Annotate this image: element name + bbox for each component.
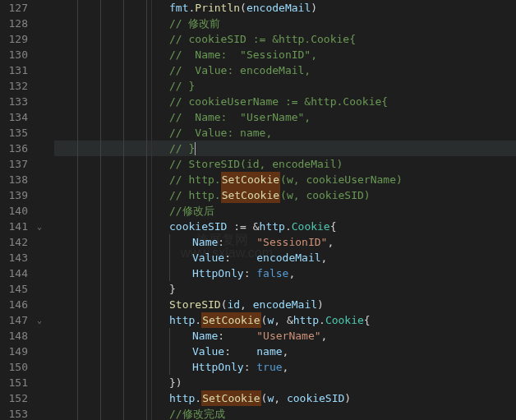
code-editor[interactable]: 1271281291301311321331341351361371381391… — [0, 0, 516, 420]
indent-guide — [54, 375, 77, 390]
code-line[interactable]: Value: name, — [54, 344, 516, 359]
code-line[interactable]: // } — [54, 78, 516, 94]
indent-guide — [146, 359, 169, 375]
chevron-down-icon[interactable] — [37, 222, 42, 231]
line-number[interactable]: 141 — [0, 219, 31, 234]
code-line[interactable]: //修改后 — [54, 203, 516, 219]
code-line[interactable]: cookieSID := &http.Cookie{ — [54, 219, 516, 234]
code-line[interactable]: Name: "UserName", — [54, 328, 516, 344]
indent-guide — [123, 390, 146, 406]
code-line[interactable]: // Value: name, — [54, 125, 516, 141]
line-number[interactable]: 145 — [0, 281, 31, 297]
token-punc: ) — [317, 297, 324, 312]
code-line[interactable]: // 修改前 — [54, 16, 516, 31]
line-number[interactable]: 153 — [0, 406, 31, 420]
indent-guide — [100, 16, 123, 31]
indent-guide — [146, 344, 169, 359]
code-line[interactable]: // Name: "UserName", — [54, 109, 516, 125]
line-number[interactable]: 131 — [0, 62, 31, 78]
line-number[interactable]: 134 — [0, 109, 31, 125]
token-punc: , — [321, 250, 328, 265]
indent-guide — [123, 0, 146, 16]
line-number[interactable]: 151 — [0, 375, 31, 390]
code-line[interactable]: }) — [54, 375, 516, 390]
indent-guide — [77, 156, 100, 172]
code-line[interactable]: // cookieUserName := &http.Cookie{ — [54, 94, 516, 109]
line-number[interactable]: 136 — [0, 141, 31, 156]
indent-guide — [146, 172, 169, 187]
code-line[interactable]: Value: encodeMail, — [54, 250, 516, 265]
line-number[interactable]: 137 — [0, 156, 31, 172]
code-line[interactable]: Name: "SessionID", — [54, 234, 516, 250]
indent-guide — [123, 406, 146, 420]
line-number[interactable]: 147 — [0, 312, 31, 328]
chevron-down-icon[interactable] — [37, 316, 42, 325]
token-comment: //修改完成 — [169, 406, 225, 420]
code-line[interactable]: // http.SetCookie(w, cookieSID) — [54, 187, 516, 203]
code-line[interactable]: // Value: encodeMail, — [54, 62, 516, 78]
line-number[interactable]: 135 — [0, 125, 31, 141]
line-number[interactable]: 130 — [0, 47, 31, 62]
fold-column[interactable] — [31, 312, 48, 328]
line-number[interactable]: 150 — [0, 359, 31, 375]
fold-column[interactable] — [31, 219, 48, 234]
indent-guide — [77, 62, 100, 78]
line-number[interactable]: 133 — [0, 94, 31, 109]
gutter-row: 153 — [0, 406, 48, 420]
code-line[interactable]: StoreSID(id, encodeMail) — [54, 297, 516, 312]
token-punc: , — [288, 265, 295, 281]
token-punc: . — [319, 312, 325, 328]
code-line[interactable]: // Name: "SessionID", — [54, 47, 516, 62]
code-line[interactable]: // cookieSID := &http.Cookie{ — [54, 31, 516, 47]
line-number[interactable]: 144 — [0, 265, 31, 281]
indent-guide — [77, 406, 100, 420]
line-number[interactable]: 127 — [0, 0, 31, 16]
token-punc: ) — [311, 0, 317, 16]
gutter-row: 151 — [0, 375, 48, 390]
code-line[interactable]: //修改完成 — [54, 406, 516, 420]
token-comment: // Value: name, — [169, 125, 272, 141]
indent-guide — [123, 156, 146, 172]
indent-guide — [54, 359, 77, 375]
line-number[interactable]: 149 — [0, 344, 31, 359]
indent-guide — [146, 406, 169, 420]
token-punc: , & — [274, 312, 293, 328]
line-number[interactable]: 146 — [0, 297, 31, 312]
indent-guide — [100, 187, 123, 203]
line-number[interactable]: 132 — [0, 78, 31, 94]
indent-guide — [146, 328, 169, 344]
indent-guide — [100, 406, 123, 420]
indent-guide — [77, 78, 100, 94]
code-line[interactable]: // } — [54, 141, 516, 156]
gutter-row: 132 — [0, 78, 48, 94]
code-area[interactable]: 施展复网 www.sxiaw.com fmt.Println(encodeMai… — [48, 0, 516, 420]
code-line[interactable]: // http.SetCookie(w, cookieUserName) — [54, 172, 516, 187]
code-line[interactable]: http.SetCookie(w, &http.Cookie{ — [54, 312, 516, 328]
indent-guide — [123, 47, 146, 62]
line-number[interactable]: 140 — [0, 203, 31, 219]
token-punc: . — [195, 390, 201, 406]
token-punc: , — [240, 297, 253, 312]
indent-guide — [54, 109, 77, 125]
indent-guide — [146, 187, 169, 203]
indent-guide — [54, 406, 77, 420]
code-line[interactable]: // StoreSID(id, encodeMail) — [54, 156, 516, 172]
code-line[interactable]: fmt.Println(encodeMail) — [54, 0, 516, 16]
line-number[interactable]: 129 — [0, 31, 31, 47]
indent-guide — [77, 281, 100, 297]
code-line[interactable]: http.SetCookie(w, cookieSID) — [54, 390, 516, 406]
indent-guide — [100, 62, 123, 78]
line-number[interactable]: 152 — [0, 390, 31, 406]
line-number[interactable]: 148 — [0, 328, 31, 344]
code-line[interactable]: } — [54, 281, 516, 297]
token-comment: // 修改前 — [169, 16, 220, 31]
code-line[interactable]: HttpOnly: true, — [54, 359, 516, 375]
line-number[interactable]: 143 — [0, 250, 31, 265]
token-punc: : — [224, 250, 256, 265]
line-number[interactable]: 139 — [0, 187, 31, 203]
gutter-row: 143 — [0, 250, 48, 265]
line-number[interactable]: 142 — [0, 234, 31, 250]
line-number[interactable]: 138 — [0, 172, 31, 187]
code-line[interactable]: HttpOnly: false, — [54, 265, 516, 281]
line-number[interactable]: 128 — [0, 16, 31, 31]
